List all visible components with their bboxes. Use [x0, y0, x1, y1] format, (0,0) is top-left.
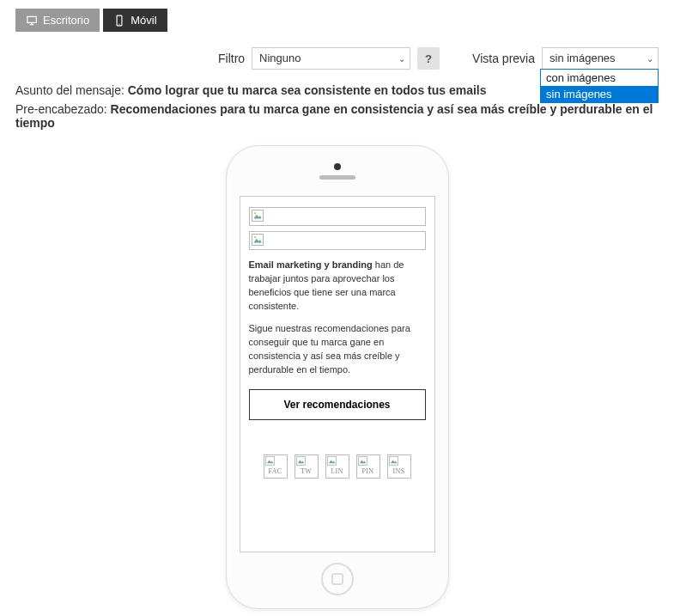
- svg-rect-10: [296, 456, 305, 465]
- svg-rect-5: [252, 235, 263, 246]
- preview-label: Vista previa: [472, 52, 535, 65]
- subject-label: Asunto del mensaje:: [15, 83, 124, 97]
- image-placeholder: [249, 207, 426, 226]
- phone-icon: [113, 15, 125, 27]
- svg-marker-9: [266, 460, 272, 463]
- social-icon-linkedin[interactable]: LIN: [325, 454, 349, 479]
- svg-rect-14: [358, 456, 367, 465]
- social-icon-facebook[interactable]: FAC: [264, 454, 288, 479]
- phone-screen: Email marketing y branding han de trabaj…: [240, 196, 435, 552]
- preview-option-sin-imagenes[interactable]: sin imágenes: [541, 86, 658, 102]
- preheader-label: Pre-encabezado:: [15, 102, 107, 116]
- filter-label: Filtro: [218, 52, 245, 65]
- svg-rect-16: [389, 456, 398, 465]
- phone-speaker: [319, 175, 355, 180]
- svg-rect-8: [265, 456, 274, 465]
- monitor-icon: [26, 15, 38, 27]
- svg-marker-13: [328, 460, 334, 463]
- svg-point-1: [119, 23, 120, 24]
- phone-top: [319, 146, 355, 196]
- desktop-tab-label: Escritorio: [43, 14, 89, 27]
- broken-image-icon: [252, 210, 264, 222]
- broken-image-icon: [327, 456, 337, 466]
- svg-marker-11: [297, 460, 303, 463]
- mobile-tab[interactable]: Móvil: [103, 9, 167, 32]
- preview-option-con-imagenes[interactable]: con imágenes: [541, 70, 658, 86]
- preheader-line: Pre-encabezado: Recomendaciones para tu …: [15, 102, 659, 130]
- question-icon: ?: [425, 52, 432, 65]
- svg-marker-17: [390, 460, 396, 463]
- desktop-tab[interactable]: Escritorio: [15, 9, 100, 32]
- cta-button[interactable]: Ver recomendaciones: [249, 389, 426, 420]
- broken-image-icon: [252, 234, 264, 246]
- social-row: FAC TW LIN PIN: [249, 454, 426, 479]
- preheader-value: Recomendaciones para tu marca gane en co…: [15, 102, 653, 130]
- svg-marker-3: [253, 215, 261, 219]
- svg-point-4: [253, 212, 255, 214]
- svg-marker-6: [253, 239, 261, 243]
- broken-image-icon: [296, 456, 306, 466]
- email-text: Email marketing y branding han de trabaj…: [249, 259, 426, 377]
- svg-rect-2: [252, 210, 263, 222]
- social-icon-instagram[interactable]: INS: [387, 454, 411, 479]
- broken-image-icon: [265, 456, 275, 466]
- social-icon-twitter[interactable]: TW: [294, 454, 319, 479]
- help-button[interactable]: ?: [417, 47, 440, 70]
- phone-home-button: [321, 563, 354, 595]
- filter-select[interactable]: Ninguno: [252, 47, 410, 70]
- svg-point-7: [253, 236, 255, 238]
- phone-home-inner: [331, 573, 343, 585]
- broken-image-icon: [358, 456, 367, 466]
- svg-rect-12: [327, 456, 336, 465]
- preview-select[interactable]: sin imágenes: [542, 47, 659, 70]
- phone-camera: [334, 163, 341, 170]
- image-placeholder: [249, 231, 426, 250]
- svg-marker-15: [359, 460, 365, 463]
- subject-value: Cómo lograr que tu marca sea consistente…: [128, 83, 487, 97]
- mobile-tab-label: Móvil: [131, 14, 156, 27]
- broken-image-icon: [389, 456, 398, 466]
- phone-mockup: Email marketing y branding han de trabaj…: [226, 145, 449, 609]
- preview-dropdown: con imágenes sin imágenes: [540, 69, 659, 103]
- social-icon-pinterest[interactable]: PIN: [356, 454, 380, 479]
